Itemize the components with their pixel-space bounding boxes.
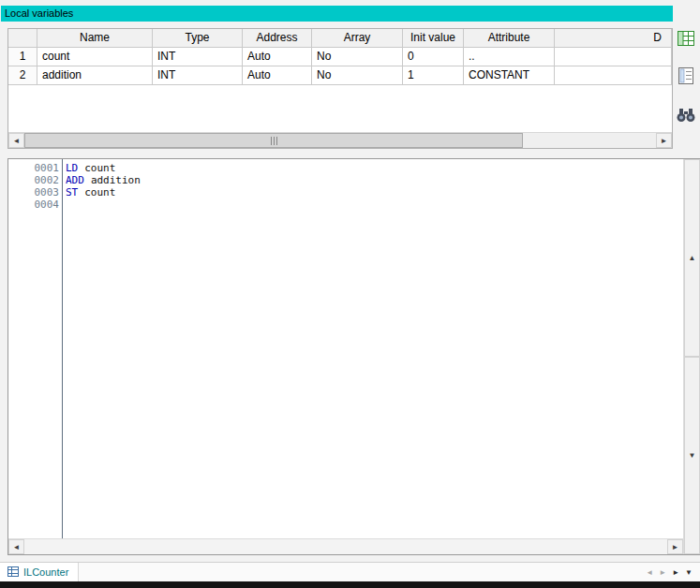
col-header-description[interactable]: D bbox=[555, 29, 672, 48]
scroll-down-button[interactable]: ▼ bbox=[684, 357, 700, 554]
col-header-attribute[interactable]: Attribute bbox=[464, 29, 555, 48]
il-keyword: LD bbox=[66, 162, 78, 174]
scroll-up-button[interactable]: ▲ bbox=[684, 159, 700, 357]
cell-array[interactable]: No bbox=[312, 66, 403, 85]
variables-table: Name Type Address Array Init value Attri… bbox=[8, 29, 672, 85]
titlebar[interactable]: Local variables bbox=[1, 6, 673, 22]
col-header-array[interactable]: Array bbox=[312, 29, 403, 48]
il-keyword: ST bbox=[66, 186, 78, 198]
il-operand: count bbox=[84, 162, 115, 174]
thumb-grip-icon bbox=[271, 137, 277, 145]
cell-array[interactable]: No bbox=[312, 48, 403, 66]
code-line[interactable]: STcount bbox=[66, 186, 683, 198]
table-empty-area bbox=[8, 85, 672, 132]
col-header-address[interactable]: Address bbox=[243, 29, 312, 48]
code-column[interactable]: LDcount ADDaddition STcount bbox=[63, 159, 683, 538]
line-number: 0004 bbox=[8, 198, 59, 211]
document-tabbar: ILCounter ◄ ► ► ▼ bbox=[0, 562, 700, 581]
scroll-right-button[interactable]: ► bbox=[656, 133, 672, 148]
binoculars-icon bbox=[677, 107, 695, 125]
program-grid-icon bbox=[7, 566, 19, 579]
il-keyword: ADD bbox=[66, 174, 84, 186]
editor-hscrollbar: ◄ ► bbox=[8, 538, 683, 554]
line-number-gutter: 0001 0002 0003 0004 bbox=[8, 159, 63, 538]
find-button[interactable] bbox=[674, 105, 698, 127]
line-number: 0003 bbox=[8, 186, 59, 198]
row-number[interactable]: 1 bbox=[8, 48, 37, 66]
scroll-thumb[interactable] bbox=[24, 133, 523, 148]
row-number[interactable]: 2 bbox=[8, 66, 37, 85]
cell-description[interactable] bbox=[555, 66, 672, 85]
scroll-tabs-left-button[interactable]: ◄ bbox=[646, 568, 653, 577]
tab-navigation: ◄ ► ► ▼ bbox=[646, 568, 700, 577]
code-line[interactable] bbox=[66, 198, 683, 211]
col-header-name[interactable]: Name bbox=[37, 29, 153, 48]
next-tab-button[interactable]: ► bbox=[672, 568, 679, 577]
cell-description[interactable] bbox=[555, 48, 672, 66]
tab-list-button[interactable]: ▼ bbox=[685, 568, 693, 577]
cell-name[interactable]: count bbox=[37, 48, 153, 66]
scroll-track[interactable] bbox=[24, 133, 656, 148]
col-header-init-value[interactable]: Init value bbox=[403, 29, 464, 48]
il-code-area[interactable]: 0001 0002 0003 0004 LDcount ADDaddition … bbox=[8, 159, 683, 538]
form-view-button[interactable] bbox=[674, 66, 698, 88]
cell-type[interactable]: INT bbox=[153, 66, 243, 85]
scroll-left-button[interactable]: ◄ bbox=[8, 539, 24, 554]
window-title: Local variables bbox=[5, 7, 73, 19]
code-line[interactable]: ADDaddition bbox=[66, 174, 683, 186]
col-header-type[interactable]: Type bbox=[153, 29, 243, 48]
scroll-left-button[interactable]: ◄ bbox=[8, 133, 24, 148]
scroll-right-button[interactable]: ► bbox=[667, 539, 683, 554]
il-editor-panel: 0001 0002 0003 0004 LDcount ADDaddition … bbox=[7, 158, 700, 555]
line-number: 0001 bbox=[8, 162, 59, 174]
code-line[interactable]: LDcount bbox=[66, 162, 683, 174]
cell-address[interactable]: Auto bbox=[243, 48, 312, 66]
cell-attribute[interactable]: .. bbox=[464, 48, 555, 66]
il-operand: addition bbox=[91, 174, 141, 186]
col-header-corner[interactable] bbox=[8, 29, 37, 48]
table-view-button[interactable] bbox=[674, 28, 698, 51]
il-operand: count bbox=[84, 186, 115, 198]
table-hscrollbar: ◄ ► bbox=[8, 132, 672, 148]
cell-attribute[interactable]: CONSTANT bbox=[464, 66, 555, 85]
form-view-icon bbox=[678, 67, 693, 87]
il-editor-main: 0001 0002 0003 0004 LDcount ADDaddition … bbox=[8, 159, 683, 554]
bottom-strip bbox=[0, 581, 700, 588]
scroll-track[interactable] bbox=[24, 539, 667, 554]
cell-init-value[interactable]: 1 bbox=[403, 66, 464, 85]
line-number: 0002 bbox=[8, 174, 59, 186]
tab-ilcounter[interactable]: ILCounter bbox=[0, 563, 79, 581]
tab-label: ILCounter bbox=[23, 566, 68, 578]
cell-address[interactable]: Auto bbox=[243, 66, 312, 85]
editor-vscrollbar: ▲ ▼ bbox=[683, 159, 699, 554]
local-variables-window: Local variables Name Type Address Array … bbox=[0, 0, 700, 588]
variables-panel: Name Type Address Array Init value Attri… bbox=[7, 28, 673, 149]
cell-init-value[interactable]: 0 bbox=[403, 48, 464, 66]
cell-name[interactable]: addition bbox=[37, 66, 153, 85]
scroll-tabs-right-button[interactable]: ► bbox=[659, 568, 666, 577]
table-view-icon bbox=[678, 31, 694, 49]
cell-type[interactable]: INT bbox=[153, 48, 243, 66]
